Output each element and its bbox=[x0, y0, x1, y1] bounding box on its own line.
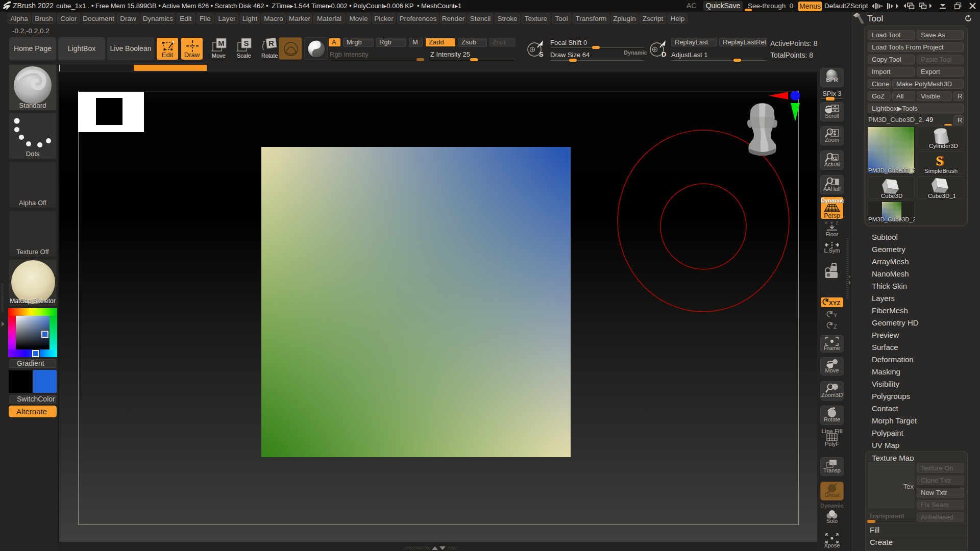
svg-text:R: R bbox=[268, 39, 274, 47]
svg-text:D: D bbox=[662, 51, 666, 58]
svg-text:Y: Y bbox=[834, 312, 838, 318]
svg-text:XYZ: XYZ bbox=[829, 300, 840, 306]
svg-text:S: S bbox=[936, 154, 943, 168]
svg-text:S: S bbox=[243, 39, 249, 47]
svg-text:M: M bbox=[218, 39, 225, 47]
svg-text:S: S bbox=[539, 51, 544, 58]
svg-text:Z: Z bbox=[834, 323, 837, 330]
